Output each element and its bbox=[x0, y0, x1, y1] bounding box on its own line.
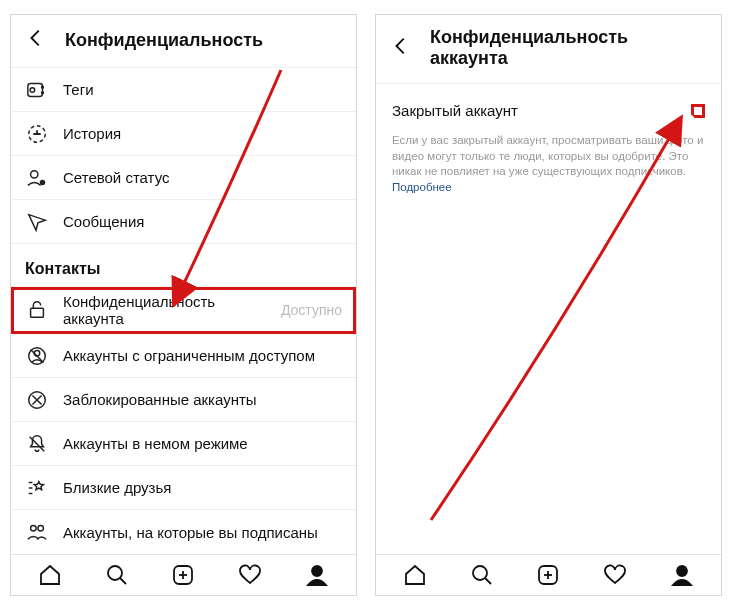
row-label: Аккаунты в немом режиме bbox=[63, 435, 248, 452]
tab-search[interactable] bbox=[105, 563, 129, 587]
header: Конфиденциальность bbox=[11, 15, 356, 68]
svg-point-25 bbox=[312, 566, 322, 576]
tab-like[interactable] bbox=[603, 563, 627, 587]
svg-point-19 bbox=[38, 526, 43, 532]
account-privacy-screen: Конфиденциальность аккаунта Закрытый акк… bbox=[375, 14, 722, 596]
status-icon bbox=[25, 166, 49, 190]
lock-icon bbox=[25, 298, 49, 322]
close-friends-icon bbox=[25, 476, 49, 500]
tab-home[interactable] bbox=[403, 563, 427, 587]
tab-add[interactable] bbox=[171, 563, 195, 587]
row-label: Аккаунты, на которые вы подписаны bbox=[63, 524, 318, 541]
row-account-privacy[interactable]: Конфиденциальность аккаунта Доступно bbox=[11, 287, 356, 334]
section-contacts: Контакты bbox=[11, 244, 356, 287]
following-icon bbox=[25, 520, 49, 544]
svg-point-3 bbox=[42, 91, 44, 93]
private-account-row: Закрытый аккаунт bbox=[376, 84, 721, 129]
svg-point-2 bbox=[42, 86, 44, 88]
row-label: Сетевой статус bbox=[63, 169, 170, 186]
row-label: Близкие друзья bbox=[63, 479, 171, 496]
svg-point-1 bbox=[30, 87, 35, 92]
back-icon[interactable] bbox=[25, 27, 47, 53]
row-restricted[interactable]: Аккаунты с ограниченным доступом bbox=[11, 334, 356, 378]
row-activity-status[interactable]: Сетевой статус bbox=[11, 156, 356, 200]
history-icon bbox=[25, 122, 49, 146]
tag-icon bbox=[25, 78, 49, 102]
row-story[interactable]: История bbox=[11, 112, 356, 156]
svg-line-27 bbox=[485, 578, 491, 584]
settings-list: Теги История Сетевой статус Сообщения Ко… bbox=[11, 68, 356, 554]
row-muted[interactable]: Аккаунты в немом режиме bbox=[11, 422, 356, 466]
messages-icon bbox=[25, 210, 49, 234]
privacy-screen: Конфиденциальность Теги История Сетевой … bbox=[10, 14, 357, 596]
tab-search[interactable] bbox=[470, 563, 494, 587]
back-icon[interactable] bbox=[390, 35, 412, 61]
page-title: Конфиденциальность аккаунта bbox=[430, 27, 707, 69]
toggle-highlight bbox=[691, 104, 705, 118]
tab-bar bbox=[11, 554, 356, 595]
row-messages[interactable]: Сообщения bbox=[11, 200, 356, 244]
tab-profile[interactable] bbox=[305, 563, 329, 587]
block-icon bbox=[25, 388, 49, 412]
row-label: Теги bbox=[63, 81, 94, 98]
tab-profile[interactable] bbox=[670, 563, 694, 587]
restrict-icon bbox=[25, 344, 49, 368]
tab-home[interactable] bbox=[38, 563, 62, 587]
svg-point-31 bbox=[677, 566, 687, 576]
svg-point-5 bbox=[31, 170, 38, 177]
svg-line-21 bbox=[120, 578, 126, 584]
row-close-friends[interactable]: Близкие друзья bbox=[11, 466, 356, 510]
page-title: Конфиденциальность bbox=[65, 30, 263, 51]
svg-point-6 bbox=[40, 179, 46, 185]
row-label: Заблокированные аккаунты bbox=[63, 391, 257, 408]
row-label: Конфиденциальность аккаунта bbox=[63, 293, 267, 327]
row-label: Сообщения bbox=[63, 213, 144, 230]
row-following[interactable]: Аккаунты, на которые вы подписаны bbox=[11, 510, 356, 554]
tab-add[interactable] bbox=[536, 563, 560, 587]
row-trailing: Доступно bbox=[281, 302, 342, 318]
svg-line-10 bbox=[31, 349, 44, 362]
svg-point-18 bbox=[31, 526, 36, 532]
private-account-description: Если у вас закрытый аккаунт, просматрива… bbox=[376, 129, 721, 207]
row-tags[interactable]: Теги bbox=[11, 68, 356, 112]
row-label: Аккаунты с ограниченным доступом bbox=[63, 347, 315, 364]
mute-icon bbox=[25, 432, 49, 456]
svg-point-20 bbox=[108, 566, 122, 580]
tab-bar bbox=[376, 554, 721, 595]
header: Конфиденциальность аккаунта bbox=[376, 15, 721, 84]
tab-like[interactable] bbox=[238, 563, 262, 587]
svg-rect-7 bbox=[31, 308, 44, 317]
row-blocked[interactable]: Заблокированные аккаунты bbox=[11, 378, 356, 422]
learn-more-link[interactable]: Подробнее bbox=[392, 181, 452, 193]
svg-point-26 bbox=[473, 566, 487, 580]
row-label: История bbox=[63, 125, 121, 142]
toggle-label: Закрытый аккаунт bbox=[392, 102, 518, 119]
